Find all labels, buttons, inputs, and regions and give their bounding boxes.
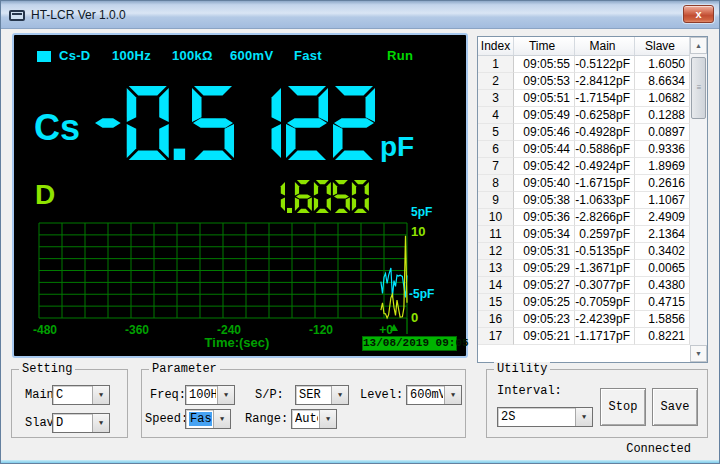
table-row[interactable]: 15 09:05:25 -0.7059pF 0.4715 <box>478 294 707 311</box>
status-pair: Cs-D <box>59 48 91 63</box>
app-icon <box>9 10 25 21</box>
lcd-panel: Cs-D 100Hz 100kΩ 600mV Fast Run Cs pF D … <box>12 33 468 358</box>
svg-text:0: 0 <box>411 310 418 325</box>
table-row[interactable]: 16 09:05:23 -2.4239pF 1.5856 <box>478 311 707 328</box>
main-parameter-label: Cs <box>34 107 80 149</box>
measurement-table: Index Time Main Slave 1 09:05:55 -0.5122… <box>477 36 708 363</box>
table-row[interactable]: 17 09:05:21 -1.1717pF 0.8221 <box>478 328 707 345</box>
main-reading-unit: pF <box>380 131 414 163</box>
title-bar[interactable]: HT-LCR Ver 1.0.0 x <box>1 1 719 29</box>
table-row[interactable]: 5 09:05:46 -0.4928pF 0.0897 <box>478 124 707 141</box>
table-row[interactable]: 1 09:05:55 -0.5122pF 1.6050 <box>478 56 707 73</box>
table-row[interactable]: 6 09:05:44 -0.5886pF 0.9336 <box>478 141 707 158</box>
freq-combobox[interactable]: 100Hz ▼ <box>185 385 235 405</box>
level-label: Level: <box>360 388 403 402</box>
window-bottom-edge <box>1 460 719 463</box>
table-header: Index Time Main Slave <box>478 37 707 56</box>
trend-chart: -480-360-240-120+0Time:(sec)5pF10-5pF0 <box>14 203 468 353</box>
table-row[interactable]: 13 09:05:29 -1.3671pF 0.0065 <box>478 260 707 277</box>
chevron-down-icon[interactable]: ▼ <box>575 408 592 426</box>
speed-combobox[interactable]: Fast ▼ <box>185 409 231 429</box>
measurement-indicator-square <box>37 51 51 62</box>
connection-status: Connected <box>561 442 691 456</box>
column-header-index[interactable]: Index <box>478 37 514 55</box>
table-scrollbar[interactable]: ▲ ≡ ▼ <box>690 37 707 362</box>
column-header-main[interactable]: Main <box>575 37 635 55</box>
column-header-time[interactable]: Time <box>514 37 575 55</box>
main-combobox[interactable]: C ▼ <box>52 385 110 405</box>
table-row[interactable]: 11 09:05:34 0.2597pF 2.1364 <box>478 226 707 243</box>
range-label: Range: <box>245 412 288 426</box>
column-header-slave[interactable]: Slave <box>635 37 690 55</box>
chevron-down-icon[interactable]: ▼ <box>319 410 336 428</box>
table-row[interactable]: 8 09:05:40 -1.6715pF 0.2616 <box>478 175 707 192</box>
chevron-down-icon[interactable]: ▼ <box>92 414 109 432</box>
status-level: 600mV <box>230 48 273 63</box>
table-body: 1 09:05:55 -0.5122pF 1.6050 2 09:05:53 -… <box>478 56 707 345</box>
chevron-down-icon[interactable]: ▼ <box>213 410 230 428</box>
table-row[interactable]: 2 09:05:53 -2.8412pF 8.6634 <box>478 73 707 90</box>
svg-text:5pF: 5pF <box>411 205 432 219</box>
table-row[interactable]: 9 09:05:38 -1.0633pF 1.1067 <box>478 192 707 209</box>
svg-text:10: 10 <box>411 224 425 239</box>
status-speed: Fast <box>294 48 322 63</box>
table-row[interactable]: 10 09:05:36 -2.8266pF 2.4909 <box>478 209 707 226</box>
freq-label: Freq: <box>150 388 186 402</box>
table-row[interactable]: 14 09:05:27 -0.3077pF 0.4380 <box>478 277 707 294</box>
svg-text:Time:(sec): Time:(sec) <box>205 335 270 350</box>
save-button[interactable]: Save <box>652 388 698 426</box>
scroll-down-icon[interactable]: ▼ <box>690 345 707 362</box>
range-combobox[interactable]: Auto ▼ <box>291 409 337 429</box>
table-row[interactable]: 7 09:05:42 -0.4924pF 1.8969 <box>478 158 707 175</box>
svg-text:-120: -120 <box>309 323 333 337</box>
close-button[interactable]: x <box>683 5 714 23</box>
parameter-group: Parameter Freq: 100Hz ▼ S/P: SER ▼ Level… <box>141 369 466 438</box>
status-freq: 100Hz <box>112 48 151 63</box>
setting-group: Setting Main: C ▼ Slave: D ▼ <box>11 369 128 438</box>
datetime-stamp: 13/08/2019 09:05 <box>362 336 457 351</box>
chevron-down-icon[interactable]: ▼ <box>217 386 234 404</box>
window-title: HT-LCR Ver 1.0.0 <box>31 8 126 22</box>
sp-label: S/P: <box>255 388 284 402</box>
svg-text:-360: -360 <box>125 323 149 337</box>
stop-button[interactable]: Stop <box>600 388 646 426</box>
table-row[interactable]: 12 09:05:31 -0.5135pF 0.3402 <box>478 243 707 260</box>
level-combobox[interactable]: 600mV ▼ <box>406 385 462 405</box>
scroll-up-icon[interactable]: ▲ <box>690 37 707 54</box>
slave-combobox[interactable]: D ▼ <box>52 413 110 433</box>
svg-text:-5pF: -5pF <box>409 287 434 301</box>
main-reading-7seg <box>94 86 380 165</box>
chevron-down-icon[interactable]: ▼ <box>331 386 348 404</box>
parameter-group-title: Parameter <box>149 362 220 376</box>
status-range: 100kΩ <box>172 48 213 63</box>
sp-combobox[interactable]: SER ▼ <box>295 385 349 405</box>
status-run-state: Run <box>387 48 413 63</box>
interval-combobox[interactable]: 2S ▼ <box>497 407 593 427</box>
svg-text:-480: -480 <box>33 323 57 337</box>
app-window: HT-LCR Ver 1.0.0 x Cs-D 100Hz 100kΩ 600m… <box>0 0 720 464</box>
setting-group-title: Setting <box>19 362 75 376</box>
interval-label: Interval: <box>497 384 562 398</box>
chevron-down-icon[interactable]: ▼ <box>444 386 461 404</box>
table-row[interactable]: 4 09:05:49 -0.6258pF 0.1288 <box>478 107 707 124</box>
table-row[interactable]: 3 09:05:51 -1.7154pF 1.0682 <box>478 90 707 107</box>
chevron-down-icon[interactable]: ▼ <box>92 386 109 404</box>
utility-group-title: Utility <box>494 362 550 376</box>
speed-label: Speed: <box>145 412 188 426</box>
utility-group: Utility Interval: 2S ▼ Stop Save <box>486 369 708 438</box>
scrollbar-thumb[interactable]: ≡ <box>691 57 706 119</box>
